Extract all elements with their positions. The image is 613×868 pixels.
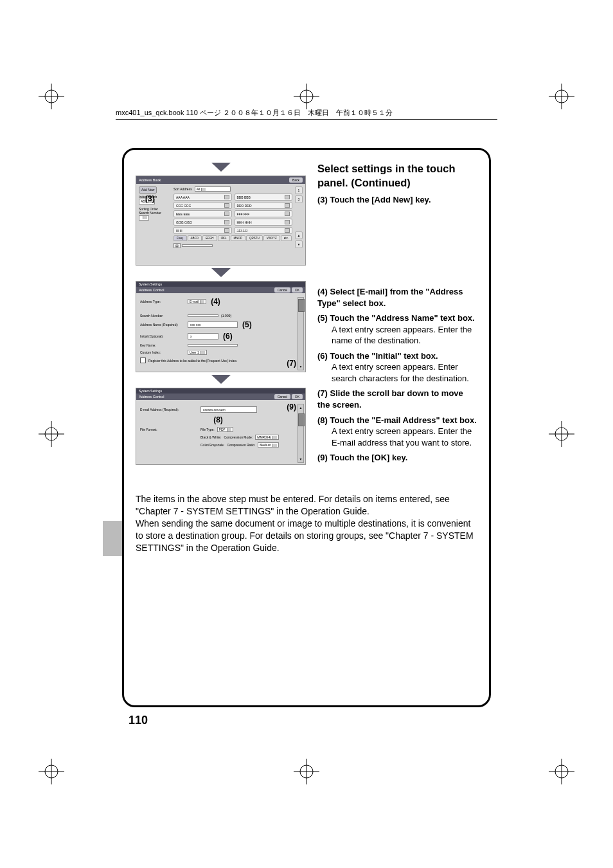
index-tab[interactable]: EFGH [202,235,217,241]
callout-5: (5) [242,320,252,329]
ok-button[interactable]: OK [292,287,303,293]
callout-3: (3) [145,194,155,203]
address-name-label: Address Name (Required): [140,323,185,327]
svg-marker-24 [211,163,231,172]
address-type-label: Address Type: [140,300,185,303]
cancel-button[interactable]: Cancel [274,287,291,293]
cancel-button[interactable]: Cancel [274,394,291,399]
step-5: (5) Touch the "Address Name" text box. [317,312,477,324]
address-name-input[interactable]: xxx xxx [188,321,238,328]
address-entry[interactable]: CCC CCC [173,202,232,209]
index-tab[interactable]: IJKL [218,235,230,241]
scroll-up-button[interactable]: ▲ [295,231,303,239]
address-entry[interactable]: HHH HHH [235,219,293,226]
crop-mark-icon [294,759,319,784]
search-number-select[interactable] [139,215,149,221]
address-entry[interactable]: JJJ JJJ [235,227,293,234]
step-3: (3) Touch the [Add New] key. [317,194,477,206]
crop-mark-icon [39,421,64,447]
frequent-use-checkbox[interactable] [140,357,146,363]
address-entry[interactable]: BBB BBB [235,194,293,201]
system-settings-bar: System Settings [136,388,305,393]
callout-7: (7) [287,359,296,368]
panel3-title: Address Control [139,395,164,399]
page-down-button[interactable]: 3 [295,195,303,203]
compression-mode-label: Compression Mode: [224,435,253,439]
crop-mark-icon [39,759,64,784]
panel2-title: Address Control [139,288,164,292]
step-8-desc: A text entry screen appears. Enter the E… [332,426,477,448]
color-grayscale-label: Color/Grayscale: [200,443,224,447]
address-entry[interactable]: FFF FFF [235,210,293,217]
step-5-desc: A text entry screen appears. Enter the n… [332,324,477,347]
custom-index-select[interactable]: User 1 [188,350,207,355]
section-heading: Select settings in the touch panel. (Con… [317,161,477,190]
scroll-thumb[interactable] [298,299,305,312]
sort-address-label: Sort Address [173,187,192,191]
compression-mode-select[interactable]: MMR(G4) [255,435,279,440]
search-number-hint: (1-999) [221,314,231,318]
index-tab[interactable]: ABCD [188,235,202,241]
email-address-input[interactable]: xxxxxx.xxx.com [200,406,257,413]
frequent-use-label: Register this Address to be added to the… [148,359,237,363]
scroll-down-arrow-icon[interactable]: ▼ [298,457,303,461]
compression-ratio-select[interactable]: Medium [258,442,279,448]
compression-ratio-label: Compression Ratio: [227,443,255,447]
address-entry[interactable]: DDD DDD [235,202,293,209]
initial-input[interactable]: x [188,333,218,339]
file-type-label: File Type: [200,428,215,431]
file-header-line: mxc401_us_qck.book 110 ページ ２００８年１０月１６日 木… [116,108,497,120]
back-button[interactable]: Back [289,177,303,183]
ok-button[interactable]: OK [292,394,303,399]
key-name-input[interactable] [188,344,238,347]
scroll-up-arrow-icon[interactable]: ▲ [298,406,303,410]
index-tab[interactable]: VWXYZ [263,235,280,241]
step-4: (4) Select [E-mail] from the "Address Ty… [317,286,477,309]
index-tab[interactable]: MNOP [231,235,246,241]
display-count-icon: ▤ [173,243,181,248]
section-tab [103,521,122,556]
address-entry[interactable]: AAA AAA [173,194,232,201]
step-7: (7) Slide the scroll bar down to move th… [317,388,477,410]
svg-marker-25 [211,268,231,277]
panel-address-control: System Settings Address Control Cancel O… [136,281,306,372]
address-entry[interactable]: GGG GGG [173,219,232,226]
scroll-down-button[interactable]: ▼ [295,240,303,248]
crop-mark-icon [39,84,64,109]
index-tab[interactable]: QRSTU [246,235,263,241]
bw-label: Black & White: [200,435,222,439]
callout-8: (8) [213,415,223,424]
system-settings-bar: System Settings [136,282,305,287]
file-type-select[interactable]: PDF [217,427,233,432]
key-name-label: Key Name: [140,343,185,347]
callout-6: (6) [223,332,233,341]
callout-9: (9) [287,402,296,411]
add-new-button[interactable]: Add New [139,186,157,194]
svg-marker-26 [211,375,231,384]
step-9: (9) Touch the [OK] key. [317,452,477,464]
scroll-bar[interactable]: ▼ [298,297,304,370]
step-8: (8) Touch the "E-mail Address" text box. [317,415,477,426]
index-tab[interactable]: etc. [281,235,292,241]
page-up-button[interactable]: 1 [295,186,303,194]
crop-mark-icon [549,421,574,447]
address-entry[interactable]: EEE EEE [173,210,232,217]
panel-address-book: Address Book Back Add New Index Switch A… [136,176,306,266]
sort-address-select[interactable]: All [195,186,231,192]
file-format-label: File Format: [140,428,198,431]
search-number-label: Search Number: [140,314,185,318]
scroll-bar[interactable]: ▲ ▼ [298,404,304,463]
search-number-input[interactable] [188,314,218,317]
email-address-label: E-mail Address (Required): [140,408,198,411]
scroll-thumb[interactable] [298,413,305,426]
display-count-input[interactable] [182,244,213,247]
down-arrow-icon [136,163,306,174]
scroll-down-arrow-icon[interactable]: ▼ [298,365,303,368]
crop-mark-icon [294,84,319,109]
callout-4: (4) [211,297,220,306]
crop-mark-icon [549,84,574,109]
custom-index-label: Custom Index: [140,350,185,354]
address-type-select[interactable]: E-mail [188,299,206,304]
index-tab[interactable]: Freq. [173,235,187,241]
address-entry[interactable]: III III [173,227,232,234]
